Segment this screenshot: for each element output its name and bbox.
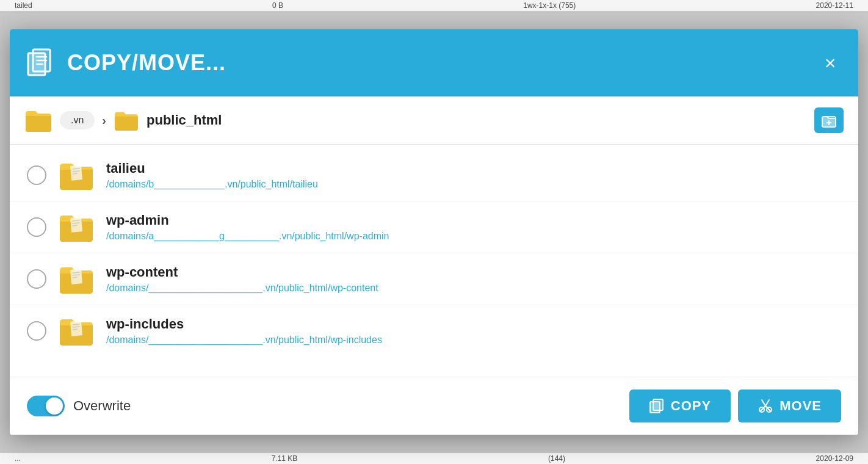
breadcrumb-current-folder: public_html xyxy=(146,112,222,128)
radio-wp-includes[interactable] xyxy=(27,321,46,341)
svg-rect-8 xyxy=(70,165,82,180)
svg-line-17 xyxy=(73,272,79,273)
copy-button[interactable]: COPY xyxy=(629,390,731,422)
move-label: MOVE xyxy=(779,398,822,414)
folder-icon-wp-includes xyxy=(59,316,94,346)
svg-line-15 xyxy=(73,225,77,226)
radio-tailieu[interactable] xyxy=(27,165,46,185)
bg-bottom-col3: (144) xyxy=(548,454,565,463)
overwrite-section: Overwrite xyxy=(27,396,131,416)
svg-line-11 xyxy=(73,173,77,174)
overwrite-toggle[interactable] xyxy=(27,396,65,416)
dialog-header: COPY/MOVE... × xyxy=(10,29,858,96)
svg-line-22 xyxy=(73,327,79,327)
close-button[interactable]: × xyxy=(817,49,844,76)
copy-icon xyxy=(649,398,665,414)
folder-name-tailieu: tailieu xyxy=(106,161,318,176)
header-left: COPY/MOVE... xyxy=(24,47,226,79)
bg-bottom-row: ... 7.11 KB (144) 2020-12-09 xyxy=(0,453,868,464)
folder-info-wp-content: wp-content /domains/____________________… xyxy=(106,264,378,294)
footer-buttons: COPY MOVE xyxy=(629,390,841,422)
svg-rect-16 xyxy=(70,269,82,284)
folder-item-wp-admin[interactable]: wp-admin /domains/a____________g________… xyxy=(10,201,858,253)
folder-list: tailieu /domains/b_____________.vn/publi… xyxy=(10,145,858,377)
breadcrumb-arrow: › xyxy=(102,114,106,128)
bg-top-row: tailed 0 B 1wx-1x-1x (755) 2020-12-11 xyxy=(0,0,868,11)
svg-line-19 xyxy=(73,277,77,278)
bg-bottom-col2: 7.11 KB xyxy=(272,454,298,463)
svg-line-21 xyxy=(73,324,79,325)
folder-item-tailieu[interactable]: tailieu /domains/b_____________.vn/publi… xyxy=(10,150,858,201)
folder-name-wp-includes: wp-includes xyxy=(106,316,382,332)
svg-line-30 xyxy=(762,400,765,406)
folder-info-wp-includes: wp-includes /domains/___________________… xyxy=(106,316,382,346)
folder-icon-wp-content xyxy=(59,264,94,294)
folder-name-wp-content: wp-content xyxy=(106,264,378,280)
bg-top-col4: 2020-12-11 xyxy=(816,1,853,10)
folder-path-wp-admin: /domains/a____________g__________.vn/pub… xyxy=(106,231,389,242)
folder-name-wp-admin: wp-admin xyxy=(106,212,389,228)
radio-wp-admin[interactable] xyxy=(27,217,46,237)
folder-path-wp-includes: /domains/_____________________.vn/public… xyxy=(106,335,382,346)
svg-line-31 xyxy=(765,400,769,406)
toggle-knob xyxy=(46,397,63,415)
copy-move-icon xyxy=(24,47,56,79)
svg-line-18 xyxy=(73,275,79,275)
scissors-icon xyxy=(758,398,773,414)
current-folder-icon xyxy=(114,110,139,131)
dialog-title: COPY/MOVE... xyxy=(67,50,226,76)
svg-rect-12 xyxy=(70,217,82,232)
svg-rect-25 xyxy=(653,399,663,410)
copy-move-dialog: COPY/MOVE... × .vn › public_html xyxy=(10,29,858,435)
breadcrumb-bar: .vn › public_html xyxy=(10,96,858,145)
folder-path-tailieu: /domains/b_____________.vn/public_html/t… xyxy=(106,179,318,190)
bg-top-col1: tailed xyxy=(15,1,32,10)
bg-top-col2: 0 B xyxy=(272,1,283,10)
dialog-container: COPY/MOVE... × .vn › public_html xyxy=(10,29,858,435)
breadcrumb-domain: .vn xyxy=(60,111,95,129)
bg-bottom-col4: 2020-12-09 xyxy=(816,454,853,463)
new-folder-icon xyxy=(821,112,837,128)
overwrite-label: Overwrite xyxy=(73,398,131,414)
bg-bottom-col1: ... xyxy=(15,454,21,463)
folder-path-wp-content: /domains/_____________________.vn/public… xyxy=(106,283,378,294)
svg-line-14 xyxy=(73,223,79,223)
folder-item-wp-content[interactable]: wp-content /domains/____________________… xyxy=(10,253,858,305)
bg-top-col3: 1wx-1x-1x (755) xyxy=(523,1,576,10)
folder-info-wp-admin: wp-admin /domains/a____________g________… xyxy=(106,212,389,242)
folder-item-wp-includes[interactable]: wp-includes /domains/___________________… xyxy=(10,305,858,357)
svg-line-23 xyxy=(73,329,77,330)
folder-icon-wp-admin xyxy=(59,212,94,242)
domain-folder-icon xyxy=(24,109,52,132)
dialog-footer: Overwrite COPY xyxy=(10,377,858,435)
radio-wp-content[interactable] xyxy=(27,269,46,289)
svg-line-13 xyxy=(73,220,79,221)
move-button[interactable]: MOVE xyxy=(738,390,841,422)
svg-rect-20 xyxy=(70,321,82,336)
svg-line-10 xyxy=(73,171,79,172)
copy-label: COPY xyxy=(671,398,711,414)
folder-icon-tailieu xyxy=(59,161,94,190)
svg-line-9 xyxy=(73,169,79,169)
folder-info-tailieu: tailieu /domains/b_____________.vn/publi… xyxy=(106,161,318,190)
new-folder-button[interactable] xyxy=(814,107,844,133)
